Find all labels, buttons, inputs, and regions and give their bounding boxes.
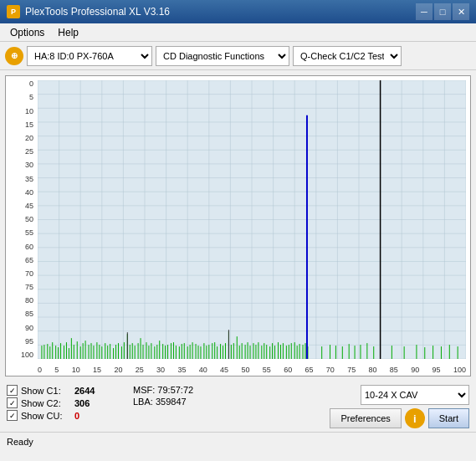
msf-row: MSF: 79:57:72 — [133, 385, 193, 395]
status-text: Ready — [7, 437, 33, 447]
start-button[interactable]: Start — [428, 408, 469, 428]
c2-row: ✓ Show C2: 306 — [7, 397, 108, 408]
drive-icon: ⊕ — [5, 47, 23, 65]
msf-lba-panel: MSF: 79:57:72 LBA: 359847 — [133, 385, 193, 407]
y-label-85: 85 — [25, 310, 33, 318]
msf-label: MSF: — [133, 385, 155, 395]
menu-options[interactable]: Options — [3, 25, 51, 40]
y-label-70: 70 — [25, 270, 33, 278]
info-button[interactable]: i — [405, 408, 425, 428]
buttons-row: Preferences i Start — [330, 408, 469, 428]
drive-select[interactable]: HA:8 ID:0 PX-760A — [27, 46, 152, 66]
preferences-button[interactable]: Preferences — [330, 408, 401, 428]
check-boxes: ✓ Show C1: 2644 ✓ Show C2: 306 ✓ Show CU… — [7, 385, 108, 421]
cu-value: 0 — [74, 411, 108, 421]
speed-select[interactable]: 10-24 X CAV — [361, 385, 469, 405]
y-label-65: 65 — [25, 257, 33, 264]
c2-label: Show C2: — [21, 398, 71, 408]
y-label-80: 80 — [25, 297, 33, 305]
c1-checkbox[interactable]: ✓ — [7, 385, 18, 396]
y-label-30: 30 — [25, 161, 33, 169]
c1-value: 2644 — [74, 386, 108, 396]
menu-bar: Options Help — [0, 23, 476, 42]
c2-value: 306 — [74, 398, 108, 408]
chart-plot-area — [38, 80, 466, 359]
window-title: PlexTools Professional XL V3.16 — [25, 6, 416, 18]
y-label-95: 95 — [25, 338, 33, 346]
lba-row: LBA: 359847 — [133, 397, 193, 407]
minimize-button[interactable]: ─ — [416, 3, 432, 20]
y-label-10: 10 — [25, 108, 33, 115]
y-label-40: 40 — [25, 189, 33, 197]
y-label-35: 35 — [25, 176, 33, 183]
y-label-20: 20 — [25, 135, 33, 142]
cu-checkbox[interactable]: ✓ — [7, 410, 18, 421]
y-label-90: 90 — [25, 325, 33, 332]
y-label-75: 75 — [25, 284, 33, 291]
y-label-25: 25 — [25, 148, 33, 156]
right-controls: 10-24 X CAV Preferences i Start — [330, 385, 469, 428]
y-axis-labels: 100 95 90 85 80 75 70 65 60 55 50 45 40 … — [6, 80, 36, 359]
test-select[interactable]: Q-Check C1/C2 Test — [293, 46, 402, 66]
c1-row: ✓ Show C1: 2644 — [7, 385, 108, 396]
y-label-45: 45 — [25, 202, 33, 210]
maximize-button[interactable]: □ — [434, 3, 451, 20]
c2-checkbox[interactable]: ✓ — [7, 397, 18, 408]
close-button[interactable]: ✕ — [453, 3, 469, 20]
lba-label: LBA: — [133, 397, 153, 407]
title-bar: P PlexTools Professional XL V3.16 ─ □ ✕ — [0, 0, 476, 23]
status-bar: Ready — [0, 432, 476, 450]
function-select[interactable]: CD Diagnostic Functions — [156, 46, 289, 66]
app-icon: P — [7, 5, 20, 18]
cu-label: Show CU: — [21, 411, 71, 421]
y-label-50: 50 — [25, 216, 33, 223]
menu-help[interactable]: Help — [51, 25, 85, 40]
status-panel: ✓ Show C1: 2644 ✓ Show C2: 306 ✓ Show CU… — [0, 382, 476, 432]
chart-svg — [38, 80, 466, 359]
y-label-5: 5 — [29, 94, 33, 101]
window-controls: ─ □ ✕ — [416, 3, 469, 20]
y-label-55: 55 — [25, 229, 33, 237]
lba-value: 359847 — [156, 397, 187, 407]
y-label-60: 60 — [25, 243, 33, 251]
y-label-100: 100 — [21, 351, 33, 359]
toolbar: ⊕ HA:8 ID:0 PX-760A CD Diagnostic Functi… — [0, 42, 476, 70]
x-axis-labels: 0 5 10 15 20 25 30 35 40 45 50 55 60 65 … — [38, 366, 466, 374]
y-label-0: 0 — [29, 80, 33, 88]
y-label-15: 15 — [25, 121, 33, 129]
c1-label: Show C1: — [21, 386, 71, 396]
chart-container: 100 95 90 85 80 75 70 65 60 55 50 45 40 … — [5, 75, 471, 376]
cu-row: ✓ Show CU: 0 — [7, 410, 108, 421]
msf-value: 79:57:72 — [157, 385, 193, 395]
